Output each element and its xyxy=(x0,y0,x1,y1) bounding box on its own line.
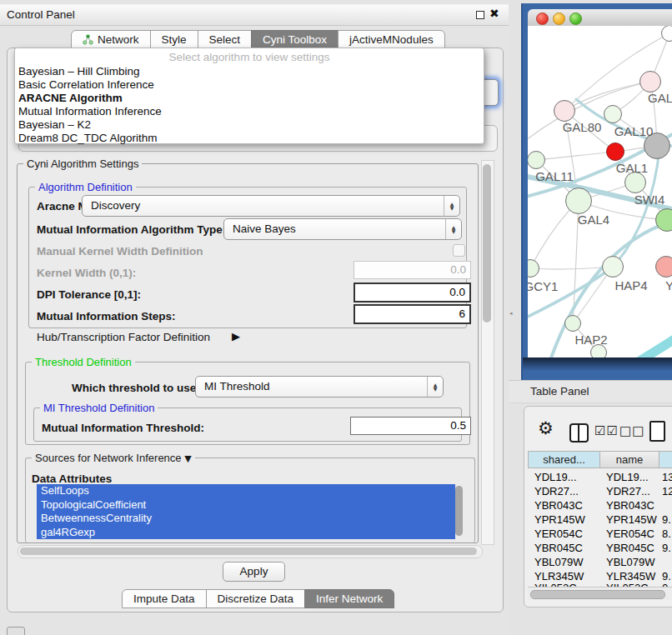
mi-threshold-field[interactable]: 0.5 xyxy=(350,417,471,435)
cell-shared[interactable]: YLR345W xyxy=(534,570,584,582)
zoom-traffic-light[interactable] xyxy=(569,12,582,25)
dropdown-placeholder: Select algorithm to view settings xyxy=(15,51,484,63)
column-header-shared[interactable]: shared... xyxy=(528,451,600,468)
tab-style[interactable]: Style xyxy=(150,30,198,49)
cell-name[interactable]: YBR045C xyxy=(606,542,654,554)
spinner-arrows-icon: ▲▼ xyxy=(427,377,443,397)
apply-button[interactable]: Apply xyxy=(223,562,285,582)
tab-jactivemnodules[interactable]: jActiveMNodules xyxy=(338,30,445,49)
settings-vertical-scrollbar[interactable] xyxy=(481,160,494,545)
close-traffic-light[interactable] xyxy=(536,12,549,25)
cell-shared[interactable]: YPR145W xyxy=(534,513,585,526)
deselect-all-icon[interactable]: □□ xyxy=(619,423,644,438)
hub-expand-arrow-icon[interactable]: ▶ xyxy=(232,330,240,342)
attribute-selfloops[interactable]: SelfLoops xyxy=(37,484,455,498)
scrollbar-thumb[interactable] xyxy=(20,548,477,555)
which-threshold-combobox[interactable]: MI Threshold ▲▼ xyxy=(195,376,444,398)
dropdown-item-basic-correlation[interactable]: Basic Correlation Inference xyxy=(18,78,154,91)
select-all-icon[interactable]: ☑☑ xyxy=(594,423,619,438)
dropdown-item-bayesian-hill-climbing[interactable]: Bayesian – Hill Climbing xyxy=(18,65,140,78)
cell-name[interactable]: YPR145W xyxy=(606,513,657,526)
cell-shared[interactable]: YDR27... xyxy=(534,485,579,498)
network-window-titlebar[interactable] xyxy=(528,9,672,27)
cell-value[interactable]: 9. xyxy=(662,570,671,582)
cell-value[interactable]: 12 xyxy=(662,485,672,498)
node-bright-green[interactable] xyxy=(655,208,672,232)
node-gal80[interactable] xyxy=(554,100,575,122)
cell-value[interactable]: 9. xyxy=(662,513,671,526)
cell-name[interactable]: YBL079W xyxy=(606,556,655,568)
node-gal10[interactable] xyxy=(604,105,622,123)
page-icon[interactable] xyxy=(649,421,665,442)
mi-steps-field[interactable]: 6 xyxy=(354,304,471,324)
node-label-gal10: GAL10 xyxy=(614,124,654,138)
window-shadow xyxy=(523,358,672,371)
dropdown-item-mutual-information[interactable]: Mutual Information Inference xyxy=(18,105,162,118)
cell-shared[interactable]: YDL19... xyxy=(534,471,577,483)
mi-type-combobox[interactable]: Naive Bayes ▲▼ xyxy=(223,218,462,240)
table-panel-box: ⚙ ☑☑ □□ shared... name YDL19... YDL19...… xyxy=(524,406,672,608)
attribute-list-scrollbar[interactable] xyxy=(455,486,463,536)
node-label-gal80: GAL80 xyxy=(563,120,602,134)
node-swi4[interactable] xyxy=(624,172,646,193)
network-canvas[interactable]: GAL80 GAL10 GAL1 GAL11 SWI4 GAL4 GCY1 HA… xyxy=(528,26,672,358)
node-gal4[interactable] xyxy=(565,188,592,214)
scrollbar-thumb[interactable] xyxy=(483,164,491,322)
float-panel-icon[interactable] xyxy=(476,11,484,19)
tab-infer-network[interactable]: Infer Network xyxy=(304,589,394,608)
cell-shared[interactable]: YBR045C xyxy=(534,542,583,554)
node-gal1-red[interactable] xyxy=(606,142,624,161)
tab-jactivemnodules-label: jActiveMNodules xyxy=(349,31,434,48)
which-threshold-label: Which threshold to use: xyxy=(72,382,200,394)
attribute-gal4rgexp[interactable]: gal4RGexp xyxy=(37,526,455,540)
cell-value[interactable]: 8. xyxy=(662,528,671,540)
cell-name[interactable]: YDL19... xyxy=(606,471,649,483)
collapsed-panel-icon[interactable] xyxy=(7,627,25,635)
attribute-betweennesscentrality[interactable]: BetweennessCentrality xyxy=(37,512,455,526)
screen: { "window": { "title": "Control Panel" }… xyxy=(0,0,672,635)
node-label-gcy1: GCY1 xyxy=(528,279,558,293)
cell-shared[interactable]: YER054C xyxy=(534,528,583,540)
dropdown-item-dream8[interactable]: Dream8 DC_TDC Algorithm xyxy=(18,132,158,144)
settings-horizontal-scrollbar[interactable] xyxy=(18,545,483,558)
node-gal2[interactable] xyxy=(639,71,661,92)
cell-name[interactable]: YER054C xyxy=(606,528,654,540)
dpi-tolerance-field[interactable]: 0.0 xyxy=(354,282,471,302)
cell-name[interactable]: YBR043C xyxy=(606,499,654,512)
mi-threshold-label: Mutual Information Threshold: xyxy=(42,422,204,434)
close-icon[interactable]: ✖ xyxy=(489,7,499,20)
mi-steps-label: Mutual Information Steps: xyxy=(37,310,176,322)
kernel-width-field[interactable]: 0.0 xyxy=(354,261,471,279)
aracne-mode-combobox[interactable]: Discovery ▲▼ xyxy=(82,195,460,217)
tab-discretize-data[interactable]: Discretize Data xyxy=(206,589,306,608)
minimize-traffic-light[interactable] xyxy=(553,12,565,25)
tab-cyni-toolbox[interactable]: Cyni Toolbox xyxy=(251,30,339,49)
cell-name[interactable]: YDR27... xyxy=(606,485,650,498)
splitter-arrow-icon[interactable]: ◂ xyxy=(509,310,513,317)
cell-name[interactable]: YLR345W xyxy=(606,570,655,582)
gear-icon[interactable]: ⚙ xyxy=(538,418,554,438)
cell-value[interactable]: 13 xyxy=(662,471,672,483)
dropdown-item-aracne[interactable]: ARACNE Algorithm xyxy=(18,92,123,104)
tab-network[interactable]: Network xyxy=(71,30,151,49)
node-label-hap2: HAP2 xyxy=(574,332,607,347)
columns-icon[interactable] xyxy=(569,423,589,442)
node-hap4[interactable] xyxy=(602,256,624,278)
node-salmon[interactable] xyxy=(655,256,672,278)
table-horizontal-scrollbar[interactable] xyxy=(528,587,672,600)
column-header-name[interactable]: name xyxy=(599,451,659,468)
attribute-topologicalcoefficient[interactable]: TopologicalCoefficient xyxy=(37,498,455,512)
cell-value[interactable]: 9. xyxy=(662,542,671,554)
tab-impute-data[interactable]: Impute Data xyxy=(122,589,207,608)
tab-style-label: Style xyxy=(162,31,187,48)
dropdown-item-bayesian-k2[interactable]: Bayesian – K2 xyxy=(18,118,91,131)
scrollbar-thumb[interactable] xyxy=(530,590,665,599)
manual-kernel-checkbox[interactable] xyxy=(453,244,465,257)
cell-shared[interactable]: YBL079W xyxy=(534,556,584,568)
node-hap2[interactable] xyxy=(564,315,581,332)
column-header-cut[interactable] xyxy=(659,451,672,468)
cell-shared[interactable]: YBR043C xyxy=(534,499,583,512)
node-gal11[interactable] xyxy=(528,151,545,169)
tab-select[interactable]: Select xyxy=(198,30,253,49)
sources-collapse-arrow-icon[interactable]: ▼ xyxy=(184,453,191,464)
